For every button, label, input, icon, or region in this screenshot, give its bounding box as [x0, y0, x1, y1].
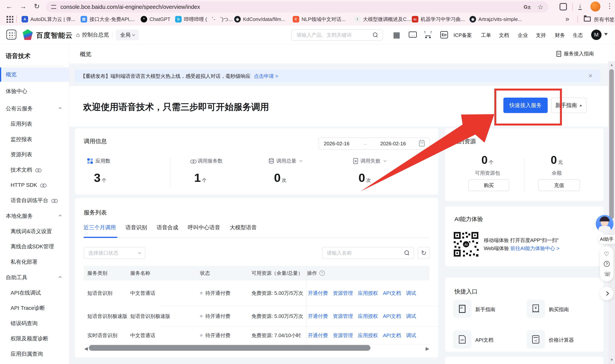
topbar-link-enterprise[interactable]: 企业 — [518, 32, 528, 39]
sidebar-item-private-deploy[interactable]: 私有化部署 — [0, 255, 69, 269]
sidebar-item-self-training[interactable]: 语音自训练平台 — [0, 193, 69, 208]
favorite-heart-icon[interactable]: ♡ — [604, 251, 609, 257]
sidebar-item-overview[interactable]: 概览 — [0, 67, 69, 82]
shortcut-calculator-tile[interactable]: +/ — [527, 330, 545, 349]
downloads-icon[interactable]: ↓ — [578, 2, 582, 10]
search-icon[interactable] — [373, 32, 378, 38]
action-debug[interactable]: 调试 — [406, 313, 416, 320]
browser-back-icon[interactable]: ← — [6, 2, 13, 10]
topbar-link-support[interactable]: 支持 — [536, 32, 546, 39]
folder-icon[interactable] — [584, 16, 591, 22]
action-app-auth[interactable]: 应用授权 — [358, 332, 378, 339]
sidebar-item-api-debug[interactable]: API在线调试 — [0, 286, 69, 300]
vertical-scrollbar-thumb[interactable] — [609, 69, 614, 219]
region-selector[interactable]: 全局 — [116, 30, 139, 40]
language-en-icon[interactable]: En — [440, 31, 448, 39]
sidebar-group-localized[interactable]: 本地化服务 — [0, 209, 69, 223]
sidebar-item-monitor-report[interactable]: 监控报表 — [0, 132, 69, 146]
bookmark-item[interactable]: b 哔哩哔哩 ( ゜- ゜)つ... — [175, 15, 233, 24]
browser-forward-icon[interactable]: → — [20, 2, 27, 10]
announcement-apply-link[interactable]: 点击申请 > — [254, 73, 278, 79]
help-icon[interactable]: ? — [320, 270, 325, 276]
date-range-picker[interactable]: 2026-02-16 → 2026-02-16 — [319, 138, 430, 150]
sidebar-item-tech-docs[interactable]: 技术文档 — [0, 163, 69, 177]
action-app-auth[interactable]: 应用授权 — [358, 313, 378, 320]
shortcut-guide-tile[interactable] — [453, 300, 472, 318]
chevron-down-icon[interactable] — [299, 159, 303, 162]
hscroll-thumb[interactable] — [89, 345, 370, 351]
refresh-button[interactable]: ↻ — [418, 247, 430, 259]
help-question-icon[interactable]: ? — [604, 261, 610, 267]
topbar-link-icp[interactable]: ICP备案 — [454, 32, 472, 39]
ai-center-link[interactable]: 前往AI能力体验中心 > — [510, 246, 559, 251]
action-debug[interactable]: 调试 — [406, 332, 416, 339]
sidebar-item-experience-center[interactable]: 体验中心 — [0, 84, 69, 98]
topbar-link-finance[interactable]: 财务 — [555, 32, 565, 39]
shortcut-label[interactable]: 价格计算器 — [549, 337, 574, 343]
sidebar-item-app-ownership[interactable]: 应用归属查询 — [0, 347, 69, 361]
bookmark-item[interactable]: ◉ Artrajz/vits-simple... — [470, 15, 522, 24]
search-icon[interactable] — [405, 250, 409, 255]
cart-icon[interactable] — [424, 31, 432, 38]
sidebar-item-app-list[interactable]: 应用列表 — [0, 117, 69, 131]
beginner-guide-button[interactable]: 新手指南 — [551, 98, 587, 113]
sidebar-group-public-cloud[interactable]: 公有云服务 — [0, 102, 69, 116]
action-resource-mgmt[interactable]: 资源管理 — [333, 332, 353, 339]
tab-tts[interactable]: 语音合成 — [157, 224, 178, 231]
browser-reload-icon[interactable]: ↻ — [34, 2, 40, 10]
service-access-guide-link[interactable]: 服务接入指南 — [557, 50, 594, 57]
shortcut-purchase-tile[interactable]: ¥ — [527, 300, 545, 318]
ai-assistant-label[interactable]: AI助手 — [599, 235, 615, 244]
action-enable-billing[interactable]: 开通付费 — [308, 332, 328, 339]
hscroll-right-arrow[interactable]: ▶ — [426, 346, 429, 351]
shortcut-label[interactable]: 购买指南 — [549, 306, 569, 313]
topbar-link-tickets[interactable]: 工单 — [481, 32, 491, 39]
date-end[interactable]: 2026-02-16 — [380, 141, 406, 147]
sidebar-item-offline-sdk[interactable]: 离线合成SDK管理 — [0, 239, 69, 254]
user-avatar[interactable]: M — [591, 30, 601, 40]
name-search-input[interactable]: 请输入名称 — [322, 247, 414, 259]
url-text[interactable]: console.bce.baidu.com/ai-engine/speech/o… — [60, 4, 200, 10]
bookmark-item[interactable]: 接 接口大全-免费API,... — [81, 15, 135, 24]
qrcode-icon[interactable]: ▦ — [393, 30, 400, 39]
sidebar-item-api-trace[interactable]: API Trace诊断 — [0, 301, 69, 315]
chevron-down-icon[interactable] — [383, 159, 387, 162]
apps-grid-icon[interactable] — [6, 30, 16, 39]
phone-contact-icon[interactable]: ☏ — [604, 271, 611, 277]
shortcut-apidoc-tile[interactable]: API — [453, 330, 472, 349]
stat-total-calls[interactable]: 调用总量 0次 — [269, 157, 302, 184]
collapse-panel-button[interactable] — [600, 287, 614, 300]
sidebar-item-resource-list[interactable]: 资源列表 — [0, 147, 69, 162]
action-api-doc[interactable]: API文档 — [383, 313, 401, 320]
sidebar-group-self-tools[interactable]: 自助工具 — [0, 270, 69, 285]
stat-failed-calls[interactable]: 调用失败 0次 — [353, 157, 386, 184]
action-resource-mgmt[interactable]: 资源管理 — [333, 313, 353, 320]
extensions-puzzle-icon[interactable] — [559, 3, 567, 10]
bookmark-item[interactable]: C NLP领域中文对话... — [293, 15, 345, 24]
brand-name[interactable]: 百度智能云 — [36, 31, 73, 40]
tab-llm-speech[interactable]: 大模型语音 — [230, 224, 257, 231]
all-bookmarks-label[interactable]: 所有书签 — [594, 16, 615, 23]
interface-status-filter[interactable]: 选择接口状态 — [84, 247, 145, 259]
quick-access-button[interactable]: 快速接入服务 — [503, 98, 548, 113]
feedback-chat-icon[interactable]: ··· — [409, 31, 417, 38]
action-debug[interactable]: 调试 — [406, 290, 416, 297]
bookmarks-overflow-chevrons[interactable]: » — [565, 15, 569, 23]
vertical-scrollbar-track[interactable]: ▲ ▼ — [608, 61, 615, 364]
topbar-link-ecosystem[interactable]: 生态 — [573, 32, 583, 39]
reading-list-grid-icon[interactable] — [6, 16, 13, 23]
scroll-down-arrow[interactable]: ▼ — [610, 358, 614, 362]
bookmark-item[interactable]: ! 大模型微调概述及C... — [354, 15, 411, 24]
bookmark-item[interactable]: ◉ KdConv/data/film... — [234, 15, 285, 24]
buy-button[interactable]: 购买 — [468, 180, 509, 191]
shortcut-label[interactable]: API文档 — [475, 337, 493, 343]
sidebar-item-error-codes[interactable]: 错误码查询 — [0, 316, 69, 331]
bookmark-star-icon[interactable]: ☆ — [538, 3, 544, 11]
shortcut-label[interactable]: 新手指南 — [475, 306, 495, 313]
banner-close-icon[interactable]: × — [588, 72, 592, 79]
scroll-up-arrow[interactable]: ▲ — [610, 63, 614, 67]
site-settings-icon[interactable] — [51, 5, 56, 9]
hscroll-left-arrow[interactable]: ◀ — [84, 346, 88, 351]
ai-assistant-avatar[interactable] — [596, 215, 614, 233]
date-start[interactable]: 2026-02-16 — [324, 141, 349, 147]
